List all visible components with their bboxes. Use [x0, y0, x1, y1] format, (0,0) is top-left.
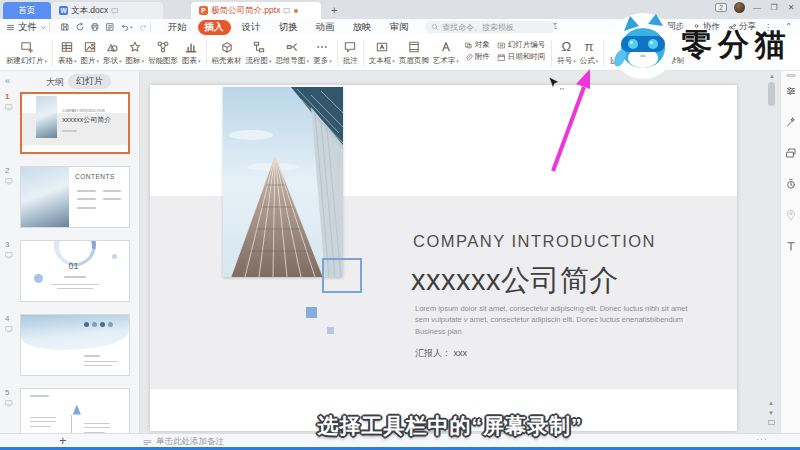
- slide-thumbnail-3[interactable]: 01: [20, 240, 130, 302]
- tab-presentation[interactable]: P 极简公司简介.pptx: [191, 2, 321, 19]
- mini-slide-icon: [5, 251, 13, 259]
- slide-number-label: 2: [5, 166, 17, 175]
- new-slide-button[interactable]: 新建幻灯片▾: [4, 38, 49, 66]
- ribbon-tab-审阅[interactable]: 审阅: [383, 20, 416, 35]
- tab-document[interactable]: W 文本.docx: [51, 2, 163, 19]
- text-tool-button[interactable]: [785, 240, 797, 252]
- preview-icon: [105, 22, 115, 32]
- slide-page[interactable]: COMPANY INTRODUCTION xxxxxx公司简介 Lorem ip…: [150, 85, 737, 431]
- slide-layout-indicator: [5, 177, 13, 185]
- ribbon-tab-切换[interactable]: 切换: [272, 20, 305, 35]
- previous-slide-button[interactable]: ▲: [768, 400, 774, 406]
- slide-layout-indicator: [5, 251, 13, 259]
- slide-presenter-text[interactable]: 汇报人： xxx: [415, 347, 467, 360]
- scrollbar-thumb[interactable]: [768, 82, 775, 106]
- icon-library-icon: [128, 40, 142, 54]
- slide-thumbnail-2[interactable]: CONTENTS: [20, 166, 130, 228]
- search-placeholder: 查找命令、搜索模板: [442, 22, 514, 33]
- print-button[interactable]: [90, 22, 100, 32]
- slide-title-text[interactable]: xxxxxx公司简介: [411, 261, 619, 301]
- skyscraper-photo[interactable]: [223, 87, 343, 277]
- header-footer-button[interactable]: 页眉页脚: [397, 38, 431, 66]
- save-button[interactable]: [60, 22, 70, 32]
- mindmap-button[interactable]: 思维导图▾: [274, 38, 312, 66]
- tab-home[interactable]: 首页: [3, 2, 51, 19]
- preview-button[interactable]: [105, 22, 115, 32]
- icon-library-label: 图标: [126, 56, 141, 66]
- add-slide-button[interactable]: +: [59, 433, 67, 448]
- wordart-button[interactable]: 艺术字▾: [431, 38, 461, 66]
- tab-outline[interactable]: 大纲: [46, 76, 64, 89]
- tune-tool-button[interactable]: [785, 85, 797, 97]
- slide-layout-indicator: [5, 399, 13, 407]
- insert-object-group: 对象幻灯片编号附件日期和时间: [461, 38, 549, 62]
- layout-tool-button[interactable]: [785, 147, 797, 159]
- new-slide-icon: [20, 40, 34, 54]
- object-label: 对象: [475, 40, 490, 50]
- decor-square-outline[interactable]: [322, 258, 362, 293]
- ribbon-tab-动画[interactable]: 动画: [309, 20, 342, 35]
- undo-button[interactable]: ▾: [120, 22, 133, 32]
- comment-bubble-icon: [283, 7, 291, 15]
- slide-number-label: 幻灯片编号: [508, 40, 546, 50]
- icon-library-button[interactable]: 图标▾: [124, 38, 147, 66]
- comment-icon: [343, 40, 357, 54]
- slide-thumbnail-4[interactable]: [20, 314, 130, 376]
- mindmap-label: 思维导图: [276, 56, 306, 66]
- slide-thumbnail-5[interactable]: [20, 388, 130, 433]
- picture-label: 图片: [81, 56, 96, 66]
- slide-body-text[interactable]: Lorem ipsum dolor sit amet, consectetur …: [415, 303, 697, 337]
- attachment-label: 附件: [475, 52, 490, 62]
- attachment-icon: [464, 53, 473, 62]
- datetime-button[interactable]: 日期和时间: [497, 52, 546, 62]
- wps-presentation-window: 首页 W 文本.docx P 极简公司简介.pptx + 2 — ❐ ✕ 文件: [0, 0, 800, 450]
- new-slide-label: 新建幻灯片: [6, 56, 44, 66]
- timer-tool-button[interactable]: [785, 178, 797, 190]
- slide-layout-indicator: [5, 103, 13, 111]
- collapse-panel-button[interactable]: «: [5, 76, 10, 86]
- textbox-button[interactable]: 文本框▾: [367, 38, 397, 66]
- slide-number-button[interactable]: 幻灯片编号: [497, 40, 546, 50]
- unsaved-dot: [294, 9, 298, 13]
- comment-bubble-icon: [111, 7, 119, 15]
- chart-button[interactable]: 图表▾: [180, 38, 203, 66]
- next-slide-button[interactable]: ▼: [768, 410, 774, 416]
- slide-eyebrow-text[interactable]: COMPANY INTRODUCTION: [413, 232, 656, 251]
- cat-mascot-icon: [608, 10, 678, 80]
- comment-button[interactable]: 批注: [341, 38, 360, 66]
- file-menu-label: 文件: [18, 21, 37, 34]
- new-tab-button[interactable]: +: [331, 4, 337, 16]
- undo-icon: [120, 22, 130, 32]
- file-menu-button[interactable]: 文件: [6, 21, 47, 34]
- redo-button[interactable]: [138, 22, 148, 32]
- picture-button[interactable]: 图片▾: [79, 38, 102, 66]
- export-button[interactable]: [75, 22, 85, 32]
- flowchart-button[interactable]: 流程图▾: [244, 38, 274, 66]
- pin-tool-button[interactable]: [785, 209, 797, 221]
- table-button[interactable]: 表格▾: [56, 38, 79, 66]
- tab-slides[interactable]: 幻灯片: [68, 74, 111, 89]
- scroll-page-button[interactable]: [768, 420, 775, 425]
- table-label: 表格: [58, 56, 73, 66]
- tab-document-label: 文本.docx: [71, 5, 108, 17]
- ribbon-tab-插入[interactable]: 插入: [198, 20, 231, 35]
- object-button[interactable]: 对象: [464, 40, 490, 50]
- slide-panel: « 大纲 幻灯片 1 COMPANY INTRODUCTION xxxxxx公司…: [0, 71, 140, 433]
- shape-button[interactable]: 形状▾: [101, 38, 124, 66]
- attachment-button[interactable]: 附件: [464, 52, 490, 62]
- command-search-input[interactable]: 查找命令、搜索模板: [425, 21, 555, 33]
- tab-home-label: 首页: [19, 5, 36, 17]
- wordart-icon: [439, 40, 453, 54]
- flowchart-label: 流程图: [246, 56, 269, 66]
- slide-thumbnail-1[interactable]: COMPANY INTRODUCTION xxxxxx公司简介: [20, 92, 130, 154]
- docer-button[interactable]: 稻壳素材: [210, 38, 244, 66]
- more-button[interactable]: 更多▾: [311, 38, 334, 66]
- ribbon-divider: [363, 40, 364, 67]
- wand-tool-button[interactable]: [785, 116, 797, 128]
- smartart-button[interactable]: 智能图形: [146, 38, 180, 66]
- ribbon-tab-设计[interactable]: 设计: [235, 20, 268, 35]
- ribbon-tab-开始[interactable]: 开始: [161, 20, 194, 35]
- save-icon: [60, 22, 70, 32]
- ribbon-tab-放映[interactable]: 放映: [346, 20, 379, 35]
- workspace: « 大纲 幻灯片 1 COMPANY INTRODUCTION xxxxxx公司…: [0, 71, 800, 433]
